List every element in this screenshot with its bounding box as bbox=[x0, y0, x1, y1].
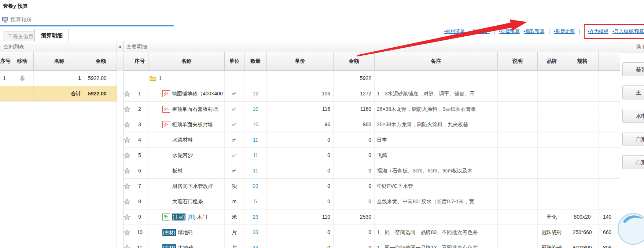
space-list-table: 序号 移动 名称 金额 1 1 5922.00 合计 5922.00 bbox=[0, 52, 117, 102]
table-row[interactable]: 4 水路材料 ㎡ 11 0 0 日丰 bbox=[123, 132, 620, 148]
table-row[interactable]: 6 板材 ㎡ 11 0 0 福湘（石膏板、3cm、6cm、9cm板以及木 bbox=[123, 163, 620, 179]
op-button-main-material[interactable]: 主 bbox=[622, 85, 644, 99]
favorite-star-icon[interactable] bbox=[123, 209, 131, 225]
group-row[interactable]: 1 5922 bbox=[123, 71, 620, 86]
favorite-star-icon[interactable] bbox=[123, 194, 131, 209]
row-unit: m bbox=[225, 194, 244, 209]
row-price: 116 bbox=[267, 102, 334, 117]
row-extra bbox=[599, 102, 620, 117]
table-row[interactable]: 11 [主材] 大地砖 片 33 0 0 1、同一空间选同一品牌13、不同批次有… bbox=[123, 240, 620, 248]
blank-cell bbox=[225, 71, 244, 86]
op-button-custom-1[interactable]: 自定 bbox=[622, 132, 644, 146]
row-name: 墙地砖 bbox=[178, 225, 193, 240]
row-qty[interactable]: 03 bbox=[244, 179, 267, 194]
row-note bbox=[498, 102, 538, 117]
op-button-base-decor[interactable]: 基装 bbox=[622, 62, 644, 76]
favorite-star-icon[interactable] bbox=[123, 225, 131, 240]
favorite-star-icon[interactable] bbox=[123, 240, 131, 248]
row-extra bbox=[599, 179, 620, 194]
row-extra bbox=[599, 86, 620, 101]
favorite-star-icon[interactable] bbox=[123, 163, 131, 178]
panel-divider bbox=[620, 41, 620, 248]
row-seq: 4 bbox=[131, 132, 148, 147]
row-spec bbox=[566, 179, 599, 194]
space-total-row: 合计 5922.00 bbox=[0, 86, 117, 102]
group-name-cell: 1 bbox=[148, 71, 225, 86]
favorite-star-icon[interactable] bbox=[123, 148, 131, 163]
row-qty[interactable]: 12 bbox=[244, 86, 267, 101]
collapse-left-panel-icon[interactable]: « bbox=[117, 41, 123, 52]
space-name: 1 bbox=[34, 71, 85, 86]
blank-cell bbox=[244, 71, 267, 86]
row-qty[interactable]: 11 bbox=[244, 132, 267, 147]
row-qty[interactable]: 33 bbox=[244, 240, 267, 248]
row-note bbox=[498, 163, 538, 178]
table-row[interactable]: 7 厨房间下水管改排 项 03 0 0 中财PVC下水管 bbox=[123, 179, 620, 194]
favorite-star-icon[interactable] bbox=[123, 179, 131, 194]
row-unit: 米 bbox=[225, 209, 244, 225]
row-qty[interactable]: 23 bbox=[244, 209, 267, 225]
row-qty[interactable]: 11 bbox=[244, 148, 267, 163]
blank-cell bbox=[11, 86, 34, 101]
row-amount: 0 bbox=[334, 179, 375, 194]
panel-divider bbox=[117, 41, 117, 248]
tab-project-info[interactable]: 工程主信息 bbox=[3, 31, 38, 41]
main-material-badge: [主材] bbox=[162, 244, 176, 248]
blank-cell bbox=[0, 86, 11, 101]
favorite-star-icon[interactable] bbox=[123, 132, 131, 147]
row-price: 110 bbox=[267, 209, 334, 225]
op-button-custom-2[interactable]: 自定 bbox=[622, 155, 644, 169]
row-extra bbox=[599, 163, 620, 178]
row-spec bbox=[566, 163, 599, 178]
row-name: 木门 bbox=[197, 209, 207, 225]
space-list-header: 序号 移动 名称 金额 bbox=[0, 52, 117, 71]
external-badge: 外 bbox=[162, 121, 170, 128]
row-remark: 中财PVC下水管 bbox=[375, 179, 498, 194]
toolbar-doc-label: 预算报价 bbox=[10, 12, 32, 27]
row-seq: 1 bbox=[131, 86, 148, 101]
row-brand bbox=[538, 132, 566, 147]
table-row[interactable]: 3 外 柜顶单面夹板封墙 ㎡ 10 96 960 26×38木方龙骨，刷防火涂料… bbox=[123, 117, 620, 132]
favorite-star-icon[interactable] bbox=[123, 102, 131, 117]
row-note bbox=[498, 148, 538, 163]
col-qty: 数量 bbox=[244, 52, 267, 70]
op-button-plumbing[interactable]: 水电 bbox=[622, 109, 644, 123]
table-row[interactable]: 10 [主材] 墙地砖 片 33 0 0 1、同一空间选同一品牌83、不同批次有… bbox=[123, 225, 620, 240]
row-spec: 250*660 bbox=[566, 225, 599, 240]
table-row[interactable]: 8 大理石门槛条 m 5 0 0 金线米黄、中南801胶水（长度0.7-1米，宽 bbox=[123, 194, 620, 209]
row-qty[interactable]: 5 bbox=[244, 194, 267, 209]
tab-budget-detail[interactable]: 预算明细 bbox=[34, 29, 69, 42]
row-unit: ㎡ bbox=[225, 102, 244, 117]
row-name: 柜顶单面夹板封墙 bbox=[172, 117, 213, 132]
col-seq: 序号 bbox=[131, 52, 148, 70]
favorite-star-icon[interactable] bbox=[123, 86, 131, 101]
image-link[interactable]: [图] bbox=[187, 209, 195, 225]
row-name-cell: 外 柜顶单面石膏板封墙 bbox=[148, 102, 225, 117]
main-panel-title: 套餐明细 bbox=[126, 41, 147, 52]
table-row[interactable]: 9 升 [主材] [图] 木门 米 23 110 2530 开化 800x20 … bbox=[123, 209, 620, 225]
table-row[interactable]: 2 外 柜顶单面石膏板封墙 ㎡ 10 116 1160 26×38木龙骨，刷防火… bbox=[123, 102, 620, 117]
row-price: 0 bbox=[267, 194, 334, 209]
row-qty[interactable]: 10 bbox=[244, 102, 267, 117]
monitor-icon bbox=[2, 17, 8, 24]
row-name-cell: 水泥河沙 bbox=[148, 148, 225, 163]
row-extra bbox=[599, 148, 620, 163]
row-note bbox=[498, 117, 538, 132]
space-row[interactable]: 1 1 5922.00 bbox=[0, 71, 117, 86]
row-qty[interactable]: 33 bbox=[244, 225, 267, 240]
group-amount: 5922 bbox=[334, 71, 375, 86]
row-price: 0 bbox=[267, 240, 334, 248]
blank-cell bbox=[566, 71, 599, 86]
table-row[interactable]: 5 水泥河沙 ㎡ 11 0 0 飞鸽 bbox=[123, 148, 620, 163]
blank-cell bbox=[267, 71, 334, 86]
table-row[interactable]: 1 外 地面铺地砖（400×400 ㎡ 12 106 1272 1：3水泥砂浆铺… bbox=[123, 86, 620, 102]
favorite-star-icon[interactable] bbox=[123, 117, 131, 132]
col-price: 单价 bbox=[267, 52, 334, 70]
move-down-icon[interactable] bbox=[11, 71, 34, 86]
row-qty[interactable]: 10 bbox=[244, 117, 267, 132]
row-qty[interactable]: 11 bbox=[244, 163, 267, 178]
main-material-badge: [主材] bbox=[162, 229, 176, 236]
row-brand bbox=[538, 148, 566, 163]
row-seq: 8 bbox=[131, 194, 148, 209]
table-body: 1 5922 1 外 bbox=[123, 71, 620, 248]
